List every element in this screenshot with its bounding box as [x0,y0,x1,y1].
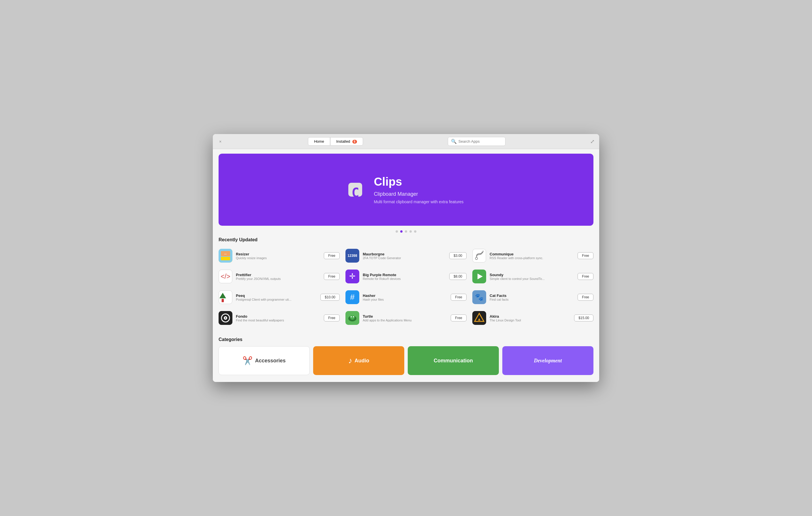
app-info: Akira The Linux Design Tool [490,314,571,322]
dot-4[interactable] [409,230,412,233]
categories-grid: ✂️ Accessories ♪ Audio Communication Dev… [219,346,593,375]
app-info: Maurborgne 2FA TOTP Code Generator [363,252,446,260]
category-accessories-label: Accessories [255,358,286,364]
app-icon-catfacts: 🐾 [472,290,486,304]
dot-3[interactable] [405,230,407,233]
category-development-label: Development [534,358,562,364]
app-info: Peeq Postgresql Client with programmer u… [236,294,317,301]
app-desc: The Linux Design Tool [490,318,571,322]
search-box[interactable]: 🔍 [448,137,505,146]
dot-5[interactable] [414,230,416,233]
categories-title: Categories [219,337,593,342]
categories-section: Categories ✂️ Accessories ♪ Audio Commun… [213,332,599,375]
app-icon-hasher: # [345,290,359,304]
app-icon-communique [472,249,486,263]
dot-1[interactable] [396,230,398,233]
hero-app-category: Clipboard Manager [374,191,463,197]
svg-point-22 [225,317,226,318]
app-name: Prettifier [236,273,320,277]
svg-rect-1 [221,257,230,260]
app-icon-maurborgne: 12398 [345,249,359,263]
app-icon-prettifier: </> [219,270,232,283]
svg-text:#: # [350,293,355,302]
svg-point-27 [353,316,354,317]
app-desc: Hash your files [363,298,447,301]
list-item: Soundy Simple client to control your Sou… [472,268,593,285]
app-name: Soundy [490,273,574,277]
app-price-button[interactable]: Free [451,314,467,322]
app-price-button[interactable]: Free [324,314,340,322]
app-icon-resizer: ↔ [219,249,232,263]
search-input[interactable] [459,139,502,144]
app-price-button[interactable]: $15.00 [574,314,593,322]
list-item: # Hasher Hash your files Free [345,289,467,306]
recently-updated-section: Recently Updated ↔ Resizer Quick [213,237,599,332]
hero-banner[interactable]: ^ C Clips Clipboard Manager Multi format… [219,154,593,226]
app-icon-turtle [345,311,359,325]
app-desc: Quickly resize images [236,256,320,260]
svg-text:↔: ↔ [224,252,227,256]
list-item: ▲ Akira The Linux Design Tool $15.00 [472,309,593,327]
app-price-button[interactable]: Free [578,252,593,259]
app-price-button[interactable]: Free [578,273,593,280]
app-price-button[interactable]: Free [324,252,340,259]
list-item: Peeq Postgresql Client with programmer u… [219,289,340,306]
app-desc: RSS Reader with cross-platform sync. [490,256,574,260]
hero-app-name: Clips [374,175,463,188]
list-item: 12398 Maurborgne 2FA TOTP Code Generator… [345,247,467,264]
dot-2[interactable] [400,230,403,233]
app-desc: 2FA TOTP Code Generator [363,256,446,260]
app-desc: Postgresql Client with programmer uti... [236,298,317,301]
app-name: Fondo [236,314,320,318]
app-name: Maurborgne [363,252,446,256]
hero-app-desc: Multi format clipboard manager with extr… [374,200,463,204]
app-price-button[interactable]: Free [324,273,340,280]
app-desc: Find cat facts [490,298,574,301]
close-button[interactable]: × [218,139,223,145]
installed-badge: 6 [352,140,357,144]
app-name: Resizer [236,252,320,256]
category-communication[interactable]: Communication [408,346,499,375]
app-info: Big Purple Remote Remote for Roku® devic… [363,273,446,280]
app-desc: Remote for Roku® devices [363,277,446,280]
app-price-button[interactable]: $10.00 [320,294,340,301]
app-icon-akira: ▲ [472,311,486,325]
app-name: Hasher [363,294,447,298]
app-price-button[interactable]: Free [451,294,467,301]
app-desc: Simple client to control your SoundTo... [490,277,574,280]
tab-installed[interactable]: Installed 6 [330,137,363,146]
svg-rect-13 [222,299,224,302]
tab-home[interactable]: Home [308,137,330,146]
app-desc: Add apps to the Applications Menu [363,318,447,322]
app-name: Peeq [236,294,317,298]
svg-text:✛: ✛ [349,272,355,280]
app-info: Soundy Simple client to control your Sou… [490,273,574,280]
category-audio[interactable]: ♪ Audio [313,346,404,375]
svg-text:▲: ▲ [477,317,481,322]
hero-app-icon: ^ C [348,183,362,196]
list-item: </> Prettifier Prettify your JSON/XML ou… [219,268,340,285]
app-name: Akira [490,314,571,318]
expand-button[interactable]: ⤢ [590,139,594,145]
app-info: Prettifier Prettify your JSON/XML output… [236,273,320,280]
apps-grid: ↔ Resizer Quickly resize images Free 123… [219,247,593,327]
category-development[interactable]: Development [502,346,593,375]
app-info: Cat Facts Find cat facts [490,294,574,301]
list-item: Fondo Find the most beautiful wallpapers… [219,309,340,327]
list-item: ✛ Big Purple Remote Remote for Roku® dev… [345,268,467,285]
svg-text:🐾: 🐾 [475,293,484,301]
list-item: Communique RSS Reader with cross-platfor… [472,247,593,264]
app-icon-fondo [219,311,232,325]
category-communication-label: Communication [434,358,473,364]
app-window: × Home Installed 6 🔍 ⤢ ^ C [213,134,599,382]
app-price-button[interactable]: $8.00 [449,273,467,280]
svg-text:</>: </> [221,273,230,280]
svg-point-26 [351,316,352,317]
recently-updated-title: Recently Updated [219,237,593,242]
app-price-button[interactable]: Free [578,294,593,301]
app-desc: Find the most beautiful wallpapers [236,318,320,322]
app-price-button[interactable]: $3.00 [449,252,467,259]
app-info: Turtle Add apps to the Applications Menu [363,314,447,322]
nav-tabs: Home Installed 6 [308,137,363,146]
category-accessories[interactable]: ✂️ Accessories [219,346,310,375]
